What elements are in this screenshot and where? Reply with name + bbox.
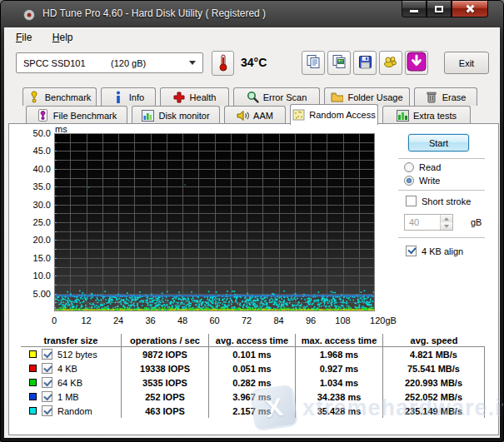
column-header: operations / sec <box>122 334 209 346</box>
file-benchmark-icon <box>37 110 49 122</box>
tab-disk-monitor[interactable]: Disk monitor <box>132 106 220 124</box>
y-tick-label: 15.0 <box>21 253 51 263</box>
exit-button[interactable]: Exit <box>444 52 489 74</box>
series-label: 4 KB <box>57 364 77 374</box>
align-checkbox[interactable] <box>406 246 417 256</box>
series-color-swatch <box>29 407 37 415</box>
tab-extra-tests[interactable]: Extra tests <box>382 106 471 124</box>
avg-access-cell: 0.101 ms <box>209 347 296 361</box>
stroke-size-value: 40 <box>405 215 440 230</box>
write-label: Write <box>419 176 440 186</box>
tab-erase[interactable]: Erase <box>414 87 477 106</box>
close-icon <box>466 4 475 13</box>
series-color-swatch <box>29 365 37 372</box>
avg-access-cell: 0.051 ms <box>209 361 296 375</box>
series-checkbox[interactable] <box>42 405 52 416</box>
x-tick-label: 12 <box>81 315 91 325</box>
short-stroke-label: Short stroke <box>422 196 471 206</box>
drive-selector[interactable]: SPCC SSD101 (120 gB) <box>16 52 203 73</box>
y-tick-label: 50.0 <box>21 128 51 138</box>
aam-icon <box>237 110 249 122</box>
copy-text-button[interactable] <box>302 51 325 75</box>
tab-random-access[interactable]: Random Access <box>290 104 378 125</box>
menu-help[interactable]: Help <box>47 28 79 46</box>
table-row: 4 KB19338 IOPS0.051 ms0.927 ms75.541 MB/… <box>21 361 485 375</box>
y-tick-label: 45.0 <box>21 146 51 156</box>
tab-label: Health <box>190 92 217 102</box>
thermometer-icon <box>218 53 228 74</box>
series-label: Random <box>57 406 92 416</box>
x-tick-label: 108 <box>335 315 350 325</box>
temperature-button[interactable] <box>212 51 234 76</box>
stroke-size-spinner[interactable]: 40 <box>404 214 453 231</box>
separator <box>398 190 485 191</box>
toolbar: SPCC SSD101 (120 gB) 34°C Exit <box>5 47 499 85</box>
column-header: max. access time <box>296 334 383 346</box>
series-checkbox[interactable] <box>42 377 52 388</box>
tab-health[interactable]: Health <box>160 87 229 106</box>
tab-label: Error Scan <box>263 92 307 102</box>
tab-folder-usage[interactable]: Folder Usage <box>324 87 410 106</box>
series-checkbox[interactable] <box>42 391 52 402</box>
avg-speed-cell: 220.993 MB/s <box>383 375 485 390</box>
y-tick-label: 10.0 <box>21 271 51 281</box>
y-tick-label: 20.0 <box>21 235 51 245</box>
column-header: avg. access time <box>209 334 296 346</box>
save-button[interactable] <box>353 51 377 75</box>
table-row: Random463 IOPS2.157 ms35.428 ms235.149 M… <box>21 404 485 418</box>
ops-cell: 19338 IOPS <box>122 361 209 375</box>
tab-label: Info <box>129 92 144 102</box>
transfer-size-cell: 4 KB <box>21 361 122 375</box>
column-header: avg. speed <box>383 334 485 346</box>
read-radio[interactable] <box>404 162 414 172</box>
titlebar[interactable]: HD Tune Pro 4.60 - Hard Disk Utility ( R… <box>1 1 503 27</box>
tab-file-benchmark[interactable]: File Benchmark <box>26 106 127 124</box>
tab-info[interactable]: Info <box>101 87 156 106</box>
series-checkbox[interactable] <box>42 363 52 374</box>
tab-aam[interactable]: AAM <box>224 106 286 124</box>
window-title: HD Tune Pro 4.60 - Hard Disk Utility ( R… <box>42 7 266 19</box>
error-scan-icon <box>247 92 259 103</box>
x-tick-label: 48 <box>177 315 187 325</box>
start-button[interactable]: Start <box>408 134 469 151</box>
client-area: File Help SPCC SSD101 (120 gB) 34°C Exit… <box>4 27 500 438</box>
transfer-size-cell: Random <box>21 404 122 418</box>
table-row: 1 MB252 IOPS3.967 ms34.238 ms252.052 MB/… <box>21 390 485 404</box>
write-option: Write <box>404 176 440 186</box>
toolbar-button-group <box>302 51 428 75</box>
avg-access-cell: 2.157 ms <box>209 404 296 418</box>
menu-file[interactable]: File <box>10 28 37 46</box>
x-tick-label: 0 <box>52 315 57 325</box>
table-body: 512 bytes9872 IOPS0.101 ms1.968 ms4.821 … <box>21 347 485 418</box>
ops-cell: 3535 IOPS <box>122 375 209 390</box>
close-button[interactable] <box>452 1 488 17</box>
capture-button[interactable] <box>405 51 428 75</box>
short-stroke-checkbox[interactable] <box>406 196 417 206</box>
random-access-icon <box>292 109 305 121</box>
options-button[interactable] <box>379 51 402 75</box>
write-radio[interactable] <box>404 176 414 186</box>
options-icon <box>383 55 398 71</box>
y-tick-label: 35.0 <box>21 181 51 191</box>
maximize-button[interactable] <box>427 1 452 17</box>
max-access-cell: 35.428 ms <box>296 404 383 418</box>
minimize-button[interactable] <box>402 1 427 17</box>
ops-cell: 9872 IOPS <box>122 347 209 361</box>
tab-label: File Benchmark <box>53 111 117 121</box>
align-option: 4 KB align <box>406 246 463 256</box>
tab-error-scan[interactable]: Error Scan <box>233 87 320 106</box>
series-color-swatch <box>29 393 37 400</box>
max-access-cell: 1.034 ms <box>296 375 383 390</box>
arrow-up-icon <box>444 217 449 221</box>
x-tick-label: 96 <box>306 315 316 325</box>
avg-speed-cell: 4.821 MB/s <box>383 347 485 361</box>
tab-benchmark[interactable]: Benchmark <box>22 87 97 106</box>
table-row: 512 bytes9872 IOPS0.101 ms1.968 ms4.821 … <box>21 347 485 361</box>
series-checkbox[interactable] <box>42 349 52 360</box>
spinner-down-button[interactable] <box>441 222 452 230</box>
copy-image-button[interactable] <box>327 51 351 75</box>
short-stroke-option: Short stroke <box>406 196 471 206</box>
spinner-up-button[interactable] <box>441 215 452 222</box>
max-access-cell: 1.968 ms <box>296 347 383 361</box>
separator <box>398 158 485 159</box>
